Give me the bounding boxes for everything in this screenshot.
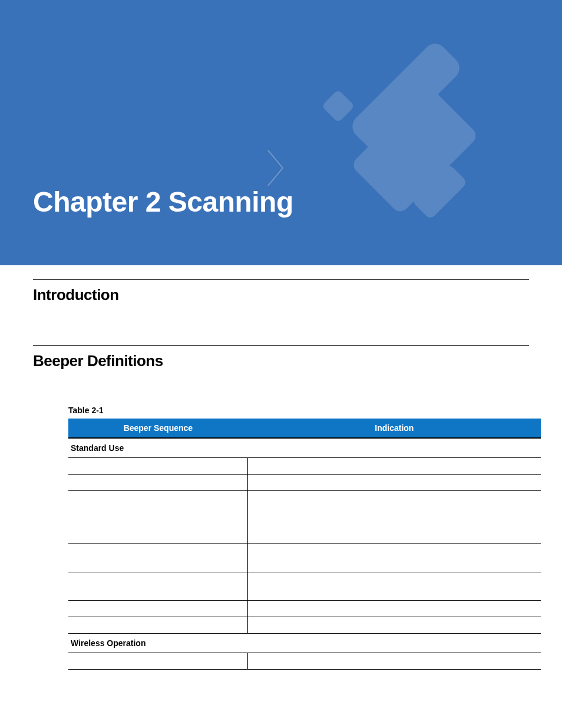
cell-indication (248, 458, 541, 475)
cell-beeper (68, 458, 248, 475)
chevron-right-icon (265, 147, 289, 189)
introduction-heading: Introduction (33, 280, 529, 304)
cell-indication (248, 491, 541, 544)
cell-beeper (68, 475, 248, 491)
cell-beeper (68, 601, 248, 617)
table-row (68, 544, 541, 572)
table-row (68, 617, 541, 634)
cell-beeper (68, 572, 248, 601)
column-header-indication: Indication (248, 419, 541, 438)
cell-beeper (68, 617, 248, 634)
beeper-definitions-heading: Beeper Definitions (33, 346, 529, 370)
scanner-silhouette-icon (279, 12, 515, 248)
cell-beeper (68, 653, 248, 670)
table-row (68, 491, 541, 544)
cell-indication (248, 475, 541, 491)
section-introduction: Introduction (33, 279, 529, 304)
beeper-definitions-table: Beeper Sequence Indication Standard Use … (68, 419, 541, 670)
table-caption: Table 2-1 (68, 406, 541, 415)
chapter-title: Chapter 2 Scanning (33, 186, 293, 218)
beeper-table-container: Table 2-1 Beeper Sequence Indication Sta… (68, 406, 541, 670)
svg-rect-3 (322, 90, 355, 123)
table-row (68, 572, 541, 601)
column-header-beeper-sequence: Beeper Sequence (68, 419, 248, 438)
chapter-hero-banner: Chapter 2 Scanning (0, 0, 562, 265)
cell-indication (248, 572, 541, 601)
cell-indication (248, 601, 541, 617)
section-beeper-definitions: Beeper Definitions (33, 345, 529, 370)
subheading-cell: Standard Use (68, 438, 541, 458)
cell-indication (248, 617, 541, 634)
subheading-wireless-operation: Wireless Operation (68, 634, 541, 653)
cell-beeper (68, 491, 248, 544)
table-row (68, 475, 541, 491)
cell-indication (248, 544, 541, 572)
subheading-standard-use: Standard Use (68, 438, 541, 458)
page-content: Introduction Beeper Definitions Table 2-… (0, 279, 562, 670)
table-row (68, 653, 541, 670)
table-row (68, 458, 541, 475)
subheading-cell: Wireless Operation (68, 634, 541, 653)
cell-beeper (68, 544, 248, 572)
table-row (68, 601, 541, 617)
cell-indication (248, 653, 541, 670)
